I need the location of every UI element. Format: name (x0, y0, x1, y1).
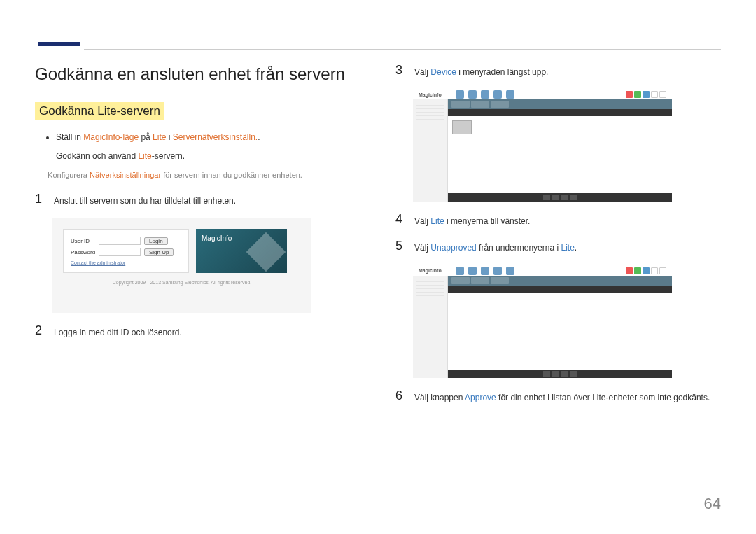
device-term: Device (430, 67, 456, 77)
ss-nav-icon (456, 267, 464, 275)
lite-term-2: Lite (138, 151, 151, 161)
step-6: 6 Välj knappen Approve för din enhet i l… (396, 388, 721, 405)
diamond-icon (246, 232, 286, 272)
status-icon (643, 91, 650, 98)
device-screenshot: MagicInfo (413, 90, 672, 202)
device-thumb (452, 120, 472, 134)
ss-nav-icon (506, 90, 514, 99)
step-num-3: 3 (396, 63, 404, 79)
ss-nav-icon (493, 267, 502, 275)
lite-link-term-2: Lite (561, 243, 574, 253)
userid-input (99, 237, 141, 245)
ss-brand-2: MagicInfo (419, 268, 442, 273)
ss-nav-icon (468, 90, 477, 99)
step-num-4: 4 (396, 212, 404, 228)
step-4: 4 Välj Lite i menyerna till vänster. (396, 212, 721, 228)
unapproved-screenshot: MagicInfo (413, 266, 672, 378)
step-num-6: 6 (396, 388, 404, 405)
unapproved-term: Unapproved (430, 243, 476, 253)
ss-main-2 (448, 276, 672, 378)
server-net-term: Servernätverksinställn. (173, 132, 258, 142)
page-number: 64 (704, 495, 721, 513)
ss-sidebar-2 (413, 276, 448, 378)
step-num-2: 2 (35, 323, 43, 339)
ss-nav-icon (468, 267, 477, 275)
left-column: Godkänna en ansluten enhet från servern … (35, 63, 360, 415)
ss-nav-icon (481, 90, 489, 99)
signup-button: Sign Up (144, 248, 174, 256)
intro-bullet-1: Ställ in MagicInfo-läge på Lite i Server… (56, 131, 360, 144)
status-icon (634, 91, 641, 98)
step-text-6: Välj knappen Approve för din enhet i lis… (414, 388, 710, 405)
status-icon (634, 267, 641, 274)
login-side-panel: MagicInfo (196, 229, 287, 273)
step-text-5: Välj Unapproved från undermenyerna i Lit… (414, 239, 577, 255)
status-icon (651, 91, 658, 98)
login-copyright: Copyright 2009 - 2013 Samsung Electronic… (63, 280, 301, 285)
step-text-2: Logga in med ditt ID och lösenord. (54, 323, 182, 339)
lite-term: Lite (153, 132, 166, 142)
heading-main: Godkänna en ansluten enhet från servern (35, 63, 360, 85)
accent-bar (38, 42, 80, 46)
ss-main (448, 99, 672, 202)
config-note: Konfigurera Nätverksinställningar för se… (35, 169, 360, 182)
ss-brand: MagicInfo (419, 92, 442, 97)
step-text-1: Anslut till servern som du har tilldelat… (54, 192, 236, 208)
step-5: 5 Välj Unapproved från undermenyerna i L… (396, 239, 721, 255)
step-2: 2 Logga in med ditt ID och lösenord. (35, 323, 360, 339)
status-icon (659, 91, 666, 98)
step-1: 1 Anslut till servern som du har tilldel… (35, 192, 360, 208)
heading-sub: Godkänna Lite-servern (35, 102, 164, 120)
top-border (84, 49, 721, 50)
magicinfo-brand: MagicInfo (202, 234, 232, 242)
intro-bullets: Ställ in MagicInfo-läge på Lite i Server… (35, 131, 360, 144)
status-icon (626, 267, 633, 274)
step-num-5: 5 (396, 239, 404, 255)
right-column: 3 Välj Device i menyraden längst upp. Ma… (396, 63, 721, 415)
status-icon (659, 267, 666, 274)
password-label: Password (71, 249, 95, 255)
status-icon (651, 267, 658, 274)
ss-sidebar (413, 99, 448, 202)
step-text-4: Välj Lite i menyerna till vänster. (414, 212, 530, 228)
approve-term: Approve (465, 393, 496, 402)
login-form: User ID Login Password Sign Up Contact t… (63, 229, 189, 273)
ss-nav-icon (506, 267, 514, 275)
step-num-1: 1 (35, 192, 43, 208)
magicinfo-mode-term: MagicInfo-läge (83, 132, 139, 142)
login-screenshot: User ID Login Password Sign Up Contact t… (52, 218, 312, 313)
network-settings-term: Nätverksinställningar (90, 171, 161, 179)
status-icon (626, 91, 633, 98)
ss-nav-icon (456, 90, 464, 99)
ss-nav-icon (493, 90, 502, 99)
login-button: Login (144, 237, 168, 245)
password-input (99, 248, 141, 256)
status-icon (643, 267, 650, 274)
lite-link-term: Lite (430, 216, 444, 226)
intro-bullet-2: Godkänn och använd Lite-servern. (35, 150, 360, 163)
ss-nav-icon (481, 267, 489, 275)
contact-admin-link: Contact the administrator (71, 260, 181, 265)
step-3: 3 Välj Device i menyraden längst upp. (396, 63, 721, 79)
userid-label: User ID (71, 238, 95, 244)
content-columns: Godkänna en ansluten enhet från servern … (35, 63, 721, 415)
step-text-3: Välj Device i menyraden längst upp. (414, 63, 548, 79)
